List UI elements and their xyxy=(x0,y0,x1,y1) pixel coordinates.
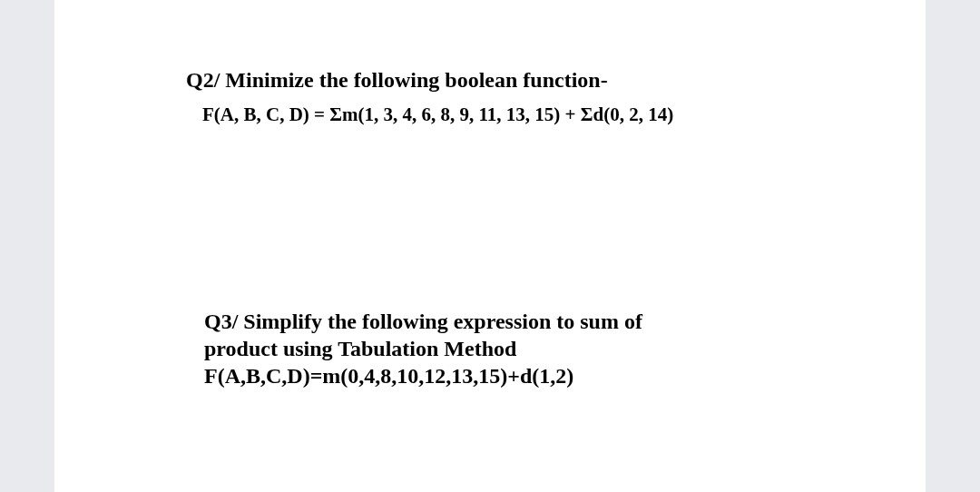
question-2-formula: F(A, B, C, D) = Σm(1, 3, 4, 6, 8, 9, 11,… xyxy=(202,103,799,126)
question-3-block: Q3/ Simplify the following expression to… xyxy=(204,308,799,389)
question-2-title: Q2/ Minimize the following boolean funct… xyxy=(186,68,799,93)
question-2-block: Q2/ Minimize the following boolean funct… xyxy=(186,68,799,126)
question-3-formula: F(A,B,C,D)=m(0,4,8,10,12,13,15)+d(1,2) xyxy=(204,362,799,389)
question-3-line2: product using Tabulation Method xyxy=(204,335,799,362)
document-page: Q2/ Minimize the following boolean funct… xyxy=(54,0,926,492)
question-3-line1: Q3/ Simplify the following expression to… xyxy=(204,308,799,335)
